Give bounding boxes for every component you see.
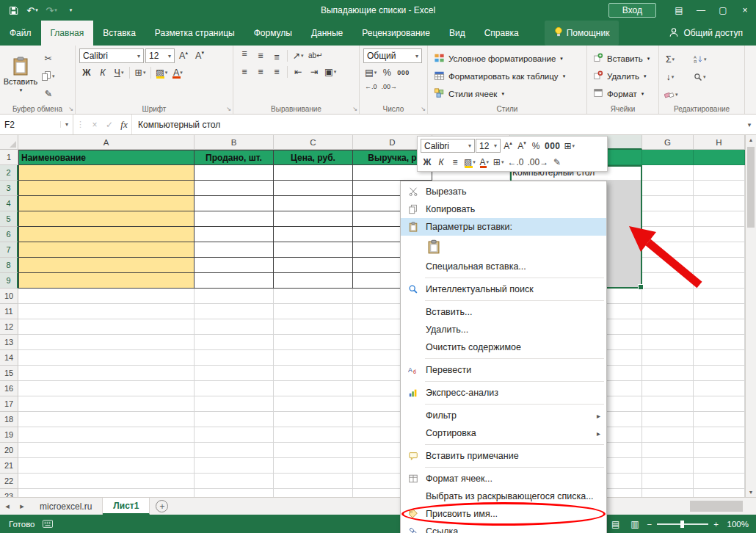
fill-color-icon[interactable]: ▨▾ [154,65,169,79]
column-header-C[interactable]: C [274,135,353,150]
cell-A3[interactable] [18,181,195,196]
cell-B1[interactable]: Продано, шт. [195,150,274,165]
cell-G19[interactable] [642,427,694,443]
cell-C13[interactable] [274,335,353,350]
tab-home[interactable]: Главная [41,21,94,46]
menu-item-link[interactable]: Ссылка [401,523,606,533]
sign-in-button[interactable]: Вход [608,3,656,18]
menu-item-cut[interactable]: Вырезать [401,183,606,200]
cell-C1[interactable]: Цена, руб. [274,150,353,165]
cell-B11[interactable] [195,304,274,319]
cell-A13[interactable] [18,335,195,350]
cell-G14[interactable] [642,350,694,366]
cell-C18[interactable] [274,412,353,427]
row-header-11[interactable]: 11 [0,304,18,319]
cell-H19[interactable] [694,427,745,443]
cell-B6[interactable] [195,227,274,242]
row-header-4[interactable]: 4 [0,196,18,211]
save-icon[interactable] [4,1,22,19]
cancel-icon[interactable]: × [87,120,102,130]
cell-H5[interactable] [694,211,745,227]
cell-B19[interactable] [195,427,274,443]
sort-filter-icon[interactable]: АЯ▾ [692,52,708,66]
cell-H7[interactable] [694,242,745,258]
cell-H2[interactable] [694,165,745,181]
row-header-12[interactable]: 12 [0,319,18,335]
cell-H4[interactable] [694,196,745,211]
cell-B4[interactable] [195,196,274,211]
scroll-down-icon[interactable]: ▾ [746,489,756,496]
comma-style-icon[interactable]: 000 [396,65,411,79]
new-sheet-icon[interactable]: + [156,500,168,512]
menu-item-smart-lookup[interactable]: Интеллектуальный поиск [401,280,606,298]
cell-G11[interactable] [642,304,694,319]
insert-function-icon[interactable]: fx [117,119,131,131]
cell-H22[interactable] [694,474,745,489]
cell-G20[interactable] [642,443,694,458]
zoom-slider-thumb[interactable] [680,521,684,528]
menu-item-delete-cells[interactable]: Удалить... [401,321,606,338]
cell-B9[interactable] [195,273,274,289]
redo-icon[interactable]: ↷▾ [43,1,60,19]
cell-A21[interactable] [18,458,195,474]
conditional-formatting-button[interactable]: Условное форматирование▾ [432,51,584,66]
tab-formulas[interactable]: Формулы [244,21,302,46]
cell-A12[interactable] [18,319,195,335]
italic-button[interactable]: К [95,65,110,79]
mini-decrease-decimal-icon[interactable]: .00→ [526,156,550,169]
mini-decrease-font-icon[interactable]: А▾ [515,139,528,153]
cell-C11[interactable] [274,304,353,319]
menu-item-filter[interactable]: Фильтр▸ [401,407,606,424]
cell-C23[interactable] [274,489,353,497]
cell-G4[interactable] [642,196,694,211]
insert-cells-button[interactable]: Вставить▾ [591,51,655,66]
vertical-scroll-thumb[interactable] [747,147,755,228]
format-painter-icon[interactable]: ✎ [40,87,57,101]
name-box[interactable]: F2 ▾ [0,115,73,134]
cell-B15[interactable] [195,366,274,381]
decrease-decimal-icon[interactable]: .00→ [380,81,399,92]
cell-A19[interactable] [18,427,195,443]
cell-H12[interactable] [694,319,745,335]
row-header-14[interactable]: 14 [0,350,18,366]
underline-button[interactable]: Ч▾ [112,65,126,79]
align-center-icon[interactable]: ≡ [253,65,268,79]
cell-H20[interactable] [694,443,745,458]
alignment-dialog-launcher-icon[interactable]: ↘ [352,106,357,112]
cell-C20[interactable] [274,443,353,458]
cell-H6[interactable] [694,227,745,242]
cell-A5[interactable] [18,211,195,227]
align-top-icon[interactable]: ≡ [237,48,252,62]
font-name-select[interactable]: Calibri▾ [79,48,144,63]
menu-item-pick-from-list[interactable]: Выбрать из раскрывающегося списка... [401,487,606,505]
cell-C16[interactable] [274,381,353,396]
cell-A23[interactable] [18,489,195,497]
orientation-icon[interactable]: ↗▾ [291,48,305,62]
cell-C9[interactable] [274,273,353,289]
wrap-text-icon[interactable]: ab↵ [307,48,324,62]
cell-H16[interactable] [694,381,745,396]
cell-B23[interactable] [195,489,274,497]
cell-G17[interactable] [642,396,694,412]
cell-B10[interactable] [195,289,274,304]
cell-C5[interactable] [274,211,353,227]
cell-C19[interactable] [274,427,353,443]
mini-increase-decimal-icon[interactable]: ←.0 [506,156,525,169]
align-middle-icon[interactable]: ≡ [253,48,268,62]
row-header-5[interactable]: 5 [0,211,18,227]
enter-icon[interactable]: ✓ [102,120,117,130]
row-header-7[interactable]: 7 [0,242,18,258]
cell-C12[interactable] [274,319,353,335]
ribbon-display-options-icon[interactable]: ▤ [668,0,690,21]
vertical-scrollbar[interactable]: ▴ ▾ [745,135,756,497]
cell-A4[interactable] [18,196,195,211]
menu-item-define-name[interactable]: Присвоить имя... [401,505,606,523]
cut-icon[interactable]: ✂ [40,51,57,65]
row-header-3[interactable]: 3 [0,181,18,196]
cell-A1[interactable]: Наименование [18,150,195,165]
cell-H8[interactable] [694,258,745,273]
align-bottom-icon[interactable]: ≡ [269,48,284,62]
tab-view[interactable]: Вид [440,21,475,46]
cell-G10[interactable] [642,289,694,304]
tab-page-layout[interactable]: Разметка страницы [145,21,244,46]
